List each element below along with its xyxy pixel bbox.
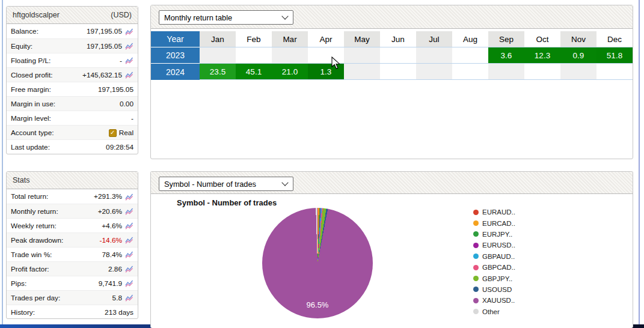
real-account-checkbox[interactable]: ✓ bbox=[109, 129, 117, 137]
month-return-cell bbox=[344, 47, 380, 63]
legend-color-dot bbox=[473, 231, 479, 237]
mini-chart-icon[interactable] bbox=[125, 42, 133, 50]
mini-chart-icon[interactable] bbox=[125, 207, 133, 215]
legend-item: GBPAUD.. bbox=[473, 251, 515, 262]
month-column-header: Aug bbox=[452, 31, 488, 47]
left-window-edge bbox=[2, 0, 3, 328]
month-return-cell bbox=[380, 63, 416, 80]
row-label: Closed profit: bbox=[11, 71, 53, 79]
year-column-header: Year bbox=[151, 31, 200, 47]
month-return-cell bbox=[380, 47, 416, 63]
row-label: Balance: bbox=[11, 27, 38, 35]
stats-title: Stats bbox=[13, 176, 30, 184]
row-label: History: bbox=[11, 308, 35, 317]
mini-chart-icon[interactable] bbox=[125, 28, 133, 35]
legend-color-dot bbox=[473, 276, 479, 281]
month-return-cell bbox=[416, 47, 452, 63]
row-value: 197,195.05 bbox=[87, 42, 122, 50]
account-panel-header: hftgoldscalper (USD) bbox=[7, 7, 138, 24]
row-value: 197,195.05 bbox=[87, 27, 122, 35]
month-return-cell bbox=[236, 47, 272, 63]
legend-color-dot bbox=[473, 298, 479, 303]
row-label: Pips: bbox=[11, 279, 26, 288]
account-rows: Balance:197,195.05 Equity:197,195.05 Flo… bbox=[7, 24, 138, 154]
row-value: ✓Real bbox=[109, 128, 133, 137]
row-value: - bbox=[120, 56, 122, 65]
legend-color-dot bbox=[473, 254, 479, 259]
month-column-header: Feb bbox=[236, 31, 272, 47]
legend-item: Other bbox=[473, 306, 515, 317]
symbol-view-select[interactable]: Symbol - Number of trades bbox=[159, 177, 293, 191]
stats-panel-header: Stats bbox=[7, 172, 138, 189]
legend-label: USOUSD bbox=[482, 286, 512, 293]
legend-color-dot bbox=[473, 287, 479, 292]
mini-chart-icon[interactable] bbox=[125, 265, 133, 273]
account-row: Last update:09:28:54 bbox=[7, 139, 138, 154]
year-cell: 2024 bbox=[151, 63, 200, 80]
monthly-view-select-wrap: Monthly return table bbox=[159, 10, 293, 25]
legend-item: EURUSD.. bbox=[473, 240, 515, 251]
month-return-cell bbox=[452, 47, 488, 63]
stats-row: Total return:+291.3% bbox=[7, 189, 138, 204]
month-return-cell: 12.3 bbox=[524, 47, 560, 63]
row-value: 197,195.05 bbox=[98, 85, 133, 94]
mini-chart-icon[interactable] bbox=[125, 71, 133, 79]
account-row: Closed profit:+145,632.15 bbox=[7, 67, 138, 82]
mini-chart-icon[interactable] bbox=[125, 279, 133, 287]
month-return-cell bbox=[272, 47, 308, 63]
legend-color-dot bbox=[473, 309, 479, 314]
legend-item: EURJPY.. bbox=[473, 229, 515, 240]
month-return-cell: 23.5 bbox=[200, 63, 236, 80]
row-label: Free margin: bbox=[11, 85, 51, 94]
stats-rows: Total return:+291.3% Monthly return:+20.… bbox=[7, 189, 138, 319]
legend-item: GBPCAD.. bbox=[473, 262, 515, 273]
mini-chart-icon[interactable] bbox=[125, 251, 133, 258]
month-column-header: May bbox=[344, 31, 380, 47]
month-column-header: Jun bbox=[380, 31, 416, 47]
account-summary-panel: hftgoldscalper (USD) Balance:197,195.05 … bbox=[6, 6, 138, 154]
stats-row: History:213 days bbox=[7, 305, 138, 319]
month-return-cell bbox=[308, 47, 344, 63]
month-return-cell: 0.9 bbox=[560, 47, 596, 63]
stats-row: Peak drawdown:-14.6% bbox=[7, 232, 138, 247]
stats-row: Pips:9,741.9 bbox=[7, 276, 138, 290]
row-label: Monthly return: bbox=[11, 207, 58, 216]
legend-label: GBPAUD.. bbox=[482, 253, 515, 260]
month-column-header: Nov bbox=[560, 31, 596, 47]
account-row: Margin in use:0.00 bbox=[7, 96, 138, 111]
row-value: - bbox=[131, 114, 133, 123]
row-label: Trades per day: bbox=[11, 294, 60, 302]
mini-chart-icon[interactable] bbox=[125, 236, 133, 244]
row-value: +4.6% bbox=[102, 222, 122, 230]
mini-chart-icon[interactable] bbox=[125, 193, 133, 201]
legend-color-dot bbox=[473, 220, 479, 226]
legend-color-dot bbox=[473, 210, 479, 215]
row-label: Equity: bbox=[11, 42, 32, 50]
mini-chart-icon[interactable] bbox=[125, 294, 133, 302]
row-label: Total return: bbox=[11, 192, 48, 201]
month-return-cell: 51.8 bbox=[596, 47, 633, 63]
row-value: 0.00 bbox=[120, 100, 133, 108]
row-value: +145,632.15 bbox=[82, 71, 122, 79]
legend-color-dot bbox=[473, 265, 479, 270]
legend-label: EURJPY.. bbox=[482, 231, 512, 238]
month-return-cell bbox=[524, 63, 560, 80]
row-value: 213 days bbox=[105, 308, 133, 317]
stats-row: Trade win %:78.4% bbox=[7, 247, 138, 261]
pie-legend: EURAUD..EURCAD..EURJPY..EURUSD..GBPAUD..… bbox=[473, 207, 515, 317]
month-return-cell: 21.0 bbox=[272, 63, 308, 80]
legend-label: XAUUSD.. bbox=[482, 297, 515, 304]
month-return-cell bbox=[344, 63, 380, 80]
legend-label: Other bbox=[482, 308, 500, 315]
legend-label: GBPJPY.. bbox=[482, 275, 512, 282]
account-row: Free margin:197,195.05 bbox=[7, 82, 138, 96]
account-row: Floating P/L:- bbox=[7, 53, 138, 67]
monthly-view-select[interactable]: Monthly return table bbox=[159, 10, 293, 25]
dashboard-page: hftgoldscalper (USD) Balance:197,195.05 … bbox=[0, 0, 644, 328]
row-value: 9,741.9 bbox=[99, 279, 122, 288]
symbol-trades-panel: Symbol - Number of trades Symbol - Numbe… bbox=[150, 171, 633, 328]
account-row: Margin level:- bbox=[7, 111, 138, 125]
month-return-cell: 3.6 bbox=[488, 47, 524, 63]
mini-chart-icon[interactable] bbox=[125, 56, 133, 64]
mini-chart-icon[interactable] bbox=[125, 222, 133, 229]
